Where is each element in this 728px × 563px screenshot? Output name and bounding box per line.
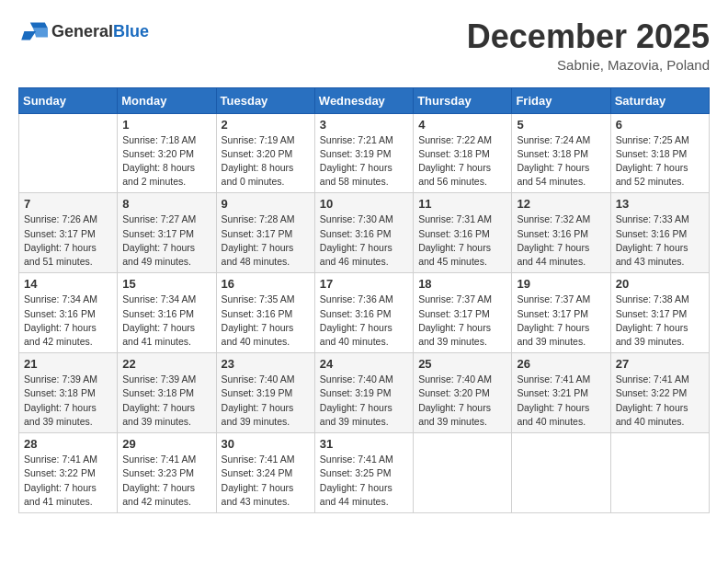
calendar-cell: 28Sunrise: 7:41 AM Sunset: 3:22 PM Dayli… bbox=[19, 433, 118, 513]
location-subtitle: Sabnie, Mazovia, Poland bbox=[467, 57, 710, 73]
day-detail: Sunrise: 7:34 AM Sunset: 3:16 PM Dayligh… bbox=[24, 293, 112, 349]
calendar-cell: 20Sunrise: 7:38 AM Sunset: 3:17 PM Dayli… bbox=[610, 273, 709, 353]
day-number: 24 bbox=[320, 357, 408, 371]
day-number: 3 bbox=[320, 118, 408, 132]
day-detail: Sunrise: 7:22 AM Sunset: 3:18 PM Dayligh… bbox=[418, 133, 506, 190]
calendar-cell: 18Sunrise: 7:37 AM Sunset: 3:17 PM Dayli… bbox=[414, 273, 512, 353]
calendar-cell: 10Sunrise: 7:30 AM Sunset: 3:16 PM Dayli… bbox=[314, 193, 413, 273]
day-number: 26 bbox=[517, 357, 605, 371]
calendar-cell: 14Sunrise: 7:34 AM Sunset: 3:16 PM Dayli… bbox=[19, 273, 118, 353]
day-number: 23 bbox=[222, 357, 310, 371]
day-detail: Sunrise: 7:37 AM Sunset: 3:17 PM Dayligh… bbox=[517, 293, 605, 349]
calendar-cell: 17Sunrise: 7:36 AM Sunset: 3:16 PM Dayli… bbox=[314, 273, 413, 353]
calendar-cell bbox=[610, 433, 709, 513]
day-detail: Sunrise: 7:41 AM Sunset: 3:22 PM Dayligh… bbox=[24, 453, 112, 509]
calendar-cell: 19Sunrise: 7:37 AM Sunset: 3:17 PM Dayli… bbox=[512, 273, 610, 353]
day-detail: Sunrise: 7:26 AM Sunset: 3:17 PM Dayligh… bbox=[24, 213, 112, 269]
calendar-cell: 27Sunrise: 7:41 AM Sunset: 3:22 PM Dayli… bbox=[610, 353, 709, 433]
day-detail: Sunrise: 7:32 AM Sunset: 3:16 PM Dayligh… bbox=[517, 213, 605, 269]
calendar-cell: 3Sunrise: 7:21 AM Sunset: 3:19 PM Daylig… bbox=[314, 113, 413, 193]
day-detail: Sunrise: 7:40 AM Sunset: 3:20 PM Dayligh… bbox=[418, 373, 506, 429]
day-detail: Sunrise: 7:40 AM Sunset: 3:19 PM Dayligh… bbox=[320, 373, 408, 429]
day-detail: Sunrise: 7:24 AM Sunset: 3:18 PM Dayligh… bbox=[517, 133, 605, 190]
calendar-cell: 16Sunrise: 7:35 AM Sunset: 3:16 PM Dayli… bbox=[216, 273, 314, 353]
day-number: 27 bbox=[616, 357, 704, 371]
calendar-cell: 1Sunrise: 7:18 AM Sunset: 3:20 PM Daylig… bbox=[118, 113, 216, 193]
day-number: 14 bbox=[24, 277, 112, 291]
calendar-cell: 11Sunrise: 7:31 AM Sunset: 3:16 PM Dayli… bbox=[414, 193, 512, 273]
logo: GeneralBlue bbox=[18, 18, 149, 44]
day-number: 11 bbox=[418, 197, 506, 211]
calendar-cell: 21Sunrise: 7:39 AM Sunset: 3:18 PM Dayli… bbox=[19, 353, 118, 433]
calendar-cell: 8Sunrise: 7:27 AM Sunset: 3:17 PM Daylig… bbox=[118, 193, 216, 273]
day-number: 7 bbox=[24, 197, 112, 211]
day-detail: Sunrise: 7:39 AM Sunset: 3:18 PM Dayligh… bbox=[24, 373, 112, 429]
logo-blue: Blue bbox=[113, 22, 149, 40]
weekday-header-friday: Friday bbox=[512, 87, 610, 113]
weekday-header-monday: Monday bbox=[118, 87, 216, 113]
day-detail: Sunrise: 7:33 AM Sunset: 3:16 PM Dayligh… bbox=[616, 213, 704, 269]
calendar-cell: 22Sunrise: 7:39 AM Sunset: 3:18 PM Dayli… bbox=[118, 353, 216, 433]
day-number: 25 bbox=[418, 357, 506, 371]
day-number: 18 bbox=[418, 277, 506, 291]
weekday-header-wednesday: Wednesday bbox=[314, 87, 413, 113]
day-number: 17 bbox=[320, 277, 408, 291]
day-detail: Sunrise: 7:27 AM Sunset: 3:17 PM Dayligh… bbox=[122, 213, 210, 269]
weekday-header-sunday: Sunday bbox=[19, 87, 118, 113]
day-number: 29 bbox=[122, 437, 210, 451]
calendar-cell: 5Sunrise: 7:24 AM Sunset: 3:18 PM Daylig… bbox=[512, 113, 610, 193]
day-detail: Sunrise: 7:18 AM Sunset: 3:20 PM Dayligh… bbox=[122, 133, 210, 190]
logo-general: General bbox=[51, 22, 113, 40]
calendar-cell: 24Sunrise: 7:40 AM Sunset: 3:19 PM Dayli… bbox=[314, 353, 413, 433]
calendar-cell: 30Sunrise: 7:41 AM Sunset: 3:24 PM Dayli… bbox=[216, 433, 314, 513]
week-row-5: 28Sunrise: 7:41 AM Sunset: 3:22 PM Dayli… bbox=[19, 433, 710, 513]
day-detail: Sunrise: 7:25 AM Sunset: 3:18 PM Dayligh… bbox=[616, 133, 704, 190]
day-number: 13 bbox=[616, 197, 704, 211]
day-detail: Sunrise: 7:31 AM Sunset: 3:16 PM Dayligh… bbox=[418, 213, 506, 269]
calendar-cell: 7Sunrise: 7:26 AM Sunset: 3:17 PM Daylig… bbox=[19, 193, 118, 273]
day-number: 15 bbox=[122, 277, 210, 291]
day-number: 5 bbox=[517, 118, 605, 132]
calendar-cell bbox=[19, 113, 118, 193]
day-number: 1 bbox=[122, 118, 210, 132]
day-detail: Sunrise: 7:41 AM Sunset: 3:24 PM Dayligh… bbox=[222, 453, 310, 509]
day-number: 9 bbox=[222, 197, 310, 211]
day-number: 20 bbox=[616, 277, 704, 291]
calendar-cell: 15Sunrise: 7:34 AM Sunset: 3:16 PM Dayli… bbox=[118, 273, 216, 353]
day-number: 22 bbox=[122, 357, 210, 371]
day-number: 31 bbox=[320, 437, 408, 451]
weekday-header-row: SundayMondayTuesdayWednesdayThursdayFrid… bbox=[19, 87, 710, 113]
calendar-table: SundayMondayTuesdayWednesdayThursdayFrid… bbox=[18, 87, 710, 513]
day-detail: Sunrise: 7:41 AM Sunset: 3:21 PM Dayligh… bbox=[517, 373, 605, 429]
calendar-cell: 29Sunrise: 7:41 AM Sunset: 3:23 PM Dayli… bbox=[118, 433, 216, 513]
calendar-cell: 4Sunrise: 7:22 AM Sunset: 3:18 PM Daylig… bbox=[414, 113, 512, 193]
calendar-cell: 9Sunrise: 7:28 AM Sunset: 3:17 PM Daylig… bbox=[216, 193, 314, 273]
day-number: 19 bbox=[517, 277, 605, 291]
page-header: GeneralBlue December 2025 Sabnie, Mazovi… bbox=[18, 18, 710, 73]
day-detail: Sunrise: 7:40 AM Sunset: 3:19 PM Dayligh… bbox=[222, 373, 310, 429]
week-row-4: 21Sunrise: 7:39 AM Sunset: 3:18 PM Dayli… bbox=[19, 353, 710, 433]
calendar-cell: 26Sunrise: 7:41 AM Sunset: 3:21 PM Dayli… bbox=[512, 353, 610, 433]
svg-marker-2 bbox=[21, 31, 36, 40]
day-detail: Sunrise: 7:39 AM Sunset: 3:18 PM Dayligh… bbox=[122, 373, 210, 429]
day-number: 30 bbox=[222, 437, 310, 451]
day-detail: Sunrise: 7:34 AM Sunset: 3:16 PM Dayligh… bbox=[122, 293, 210, 349]
day-number: 10 bbox=[320, 197, 408, 211]
day-detail: Sunrise: 7:19 AM Sunset: 3:20 PM Dayligh… bbox=[222, 133, 310, 190]
svg-marker-1 bbox=[33, 29, 48, 38]
week-row-3: 14Sunrise: 7:34 AM Sunset: 3:16 PM Dayli… bbox=[19, 273, 710, 353]
day-detail: Sunrise: 7:38 AM Sunset: 3:17 PM Dayligh… bbox=[616, 293, 704, 349]
day-number: 16 bbox=[222, 277, 310, 291]
day-number: 28 bbox=[24, 437, 112, 451]
calendar-cell bbox=[414, 433, 512, 513]
weekday-header-saturday: Saturday bbox=[610, 87, 709, 113]
calendar-cell: 23Sunrise: 7:40 AM Sunset: 3:19 PM Dayli… bbox=[216, 353, 314, 433]
day-detail: Sunrise: 7:28 AM Sunset: 3:17 PM Dayligh… bbox=[222, 213, 310, 269]
calendar-cell: 13Sunrise: 7:33 AM Sunset: 3:16 PM Dayli… bbox=[610, 193, 709, 273]
month-title: December 2025 bbox=[467, 18, 710, 55]
day-detail: Sunrise: 7:37 AM Sunset: 3:17 PM Dayligh… bbox=[418, 293, 506, 349]
day-number: 21 bbox=[24, 357, 112, 371]
calendar-cell: 12Sunrise: 7:32 AM Sunset: 3:16 PM Dayli… bbox=[512, 193, 610, 273]
day-number: 8 bbox=[122, 197, 210, 211]
day-detail: Sunrise: 7:41 AM Sunset: 3:23 PM Dayligh… bbox=[122, 453, 210, 509]
